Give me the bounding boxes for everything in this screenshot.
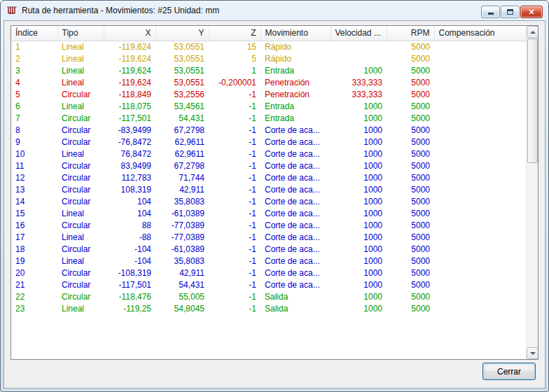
cell-rpm: 5000 [387,124,434,136]
table-row[interactable]: 4Lineal-119,62453,0551-0,200001Penetraci… [11,76,533,88]
table-row[interactable]: 19Lineal-10435,8083-1Corte de aca...1000… [11,255,533,267]
table-row[interactable]: 3Lineal-119,62453,05511Entrada10005000 [11,64,533,76]
cell-tipo: Lineal [57,41,104,52]
movements-listview: Índice Tipo X Y Z Movimiento Velocidad .… [11,25,538,360]
table-row[interactable]: 16Circular88-77,0389-1Corte de aca...100… [11,219,533,231]
cell-tipo: Lineal [57,302,104,314]
cell-rpm: 5000 [387,76,434,88]
cell-velocidad: 1000 [331,183,387,195]
cell-indice: 21 [11,279,57,290]
cell-indice: 14 [11,195,57,207]
cell-indice: 8 [11,124,57,136]
table-row[interactable]: 7Circular-117,50154,431-1Entrada10005000 [11,112,533,124]
cell-z: -1 [209,136,260,148]
cell-movimiento: Corte de aca... [260,243,331,255]
table-row[interactable]: 15Lineal104-61,0389-1Corte de aca...1000… [11,207,533,219]
column-header-z[interactable]: Z [209,26,260,41]
cell-movimiento: Entrada [260,100,331,112]
cell-indice: 19 [11,255,57,267]
cell-y: 53,0551 [155,76,209,88]
cell-y: 42,911 [155,183,209,195]
cell-x: -104 [104,255,155,267]
scroll-up-button[interactable] [527,26,538,38]
dialog-client-area: Índice Tipo X Y Z Movimiento Velocidad .… [4,20,545,388]
cell-indice: 20 [11,267,57,279]
column-header-indice[interactable]: Índice [11,26,57,41]
table-row[interactable]: 13Circular108,31942,911-1Corte de aca...… [11,183,533,195]
column-header-x[interactable]: X [104,26,155,41]
arrow-up-icon [530,31,536,34]
cell-compensacion [434,302,533,314]
scrollbar-thumb[interactable] [527,38,538,163]
close-button[interactable]: ✕ [520,6,543,18]
cell-indice: 3 [11,64,57,76]
cell-compensacion [434,183,533,195]
cell-y: 54,431 [155,279,209,290]
table-row[interactable]: 11Circular83,949967,2798-1Corte de aca..… [11,160,533,172]
cell-rpm: 5000 [387,195,434,207]
cell-velocidad: 1000 [331,100,387,112]
cell-indice: 15 [11,207,57,219]
cell-compensacion [434,231,533,243]
table-row[interactable]: 8Circular-83,949967,2798-1Corte de aca..… [11,124,533,136]
table-row[interactable]: 9Circular-76,847262,9611-1Corte de aca..… [11,136,533,148]
cell-compensacion [434,76,533,88]
cell-compensacion [434,219,533,231]
cell-movimiento: Rápido [260,41,331,52]
vertical-scrollbar[interactable] [526,26,538,359]
column-header-velocidad[interactable]: Velocidad ... [331,26,387,41]
table-row[interactable]: 17Lineal-88-77,0389-1Corte de aca...1000… [11,231,533,243]
cerrar-button[interactable]: Cerrar [482,363,536,380]
cell-rpm: 5000 [387,302,434,314]
cell-rpm: 5000 [387,172,434,183]
table-row[interactable]: 12Circular112,78371,744-1Corte de aca...… [11,172,533,183]
cell-z: -1 [209,231,260,243]
column-header-tipo[interactable]: Tipo [57,26,104,41]
cell-rpm: 5000 [387,207,434,219]
cell-movimiento: Corte de aca... [260,195,331,207]
column-header-rpm[interactable]: RPM [387,26,434,41]
cell-compensacion [434,160,533,172]
maximize-button[interactable] [501,6,520,18]
caption-buttons: ✕ [481,6,543,18]
cell-z: -1 [209,290,260,302]
cell-tipo: Lineal [57,207,104,219]
table-row[interactable]: 14Circular10435,8083-1Corte de aca...100… [11,195,533,207]
cell-rpm: 5000 [387,112,434,124]
scroll-down-button[interactable] [527,347,538,359]
cell-movimiento: Corte de aca... [260,124,331,136]
titlebar[interactable]: Ruta de herramienta - Movimientos: #25 U… [1,1,548,20]
table-row[interactable]: 23Lineal-119,2554,8045-1Salida10005000 [11,302,533,314]
table-row[interactable]: 6Lineal-118,07553,4561-1Entrada10005000 [11,100,533,112]
cell-z: -1 [209,195,260,207]
cell-indice: 18 [11,243,57,255]
table-row[interactable]: 18Circular-104-61,0389-1Corte de aca...1… [11,243,533,255]
table-row[interactable]: 2Lineal-119,62453,05515Rápido5000 [11,52,533,64]
cell-y: 67,2798 [155,124,209,136]
minimize-button[interactable] [481,6,500,18]
cell-movimiento: Entrada [260,112,331,124]
column-header-movimiento[interactable]: Movimiento [260,26,331,41]
cell-rpm: 5000 [387,267,434,279]
cell-velocidad: 1000 [331,243,387,255]
cell-y: 35,8083 [155,195,209,207]
cell-compensacion [434,207,533,219]
column-header-y[interactable]: Y [155,26,209,41]
table-row[interactable]: 22Circular-118,47655,005-1Salida10005000 [11,290,533,302]
cell-tipo: Circular [57,172,104,183]
table-row[interactable]: 20Circular-108,31942,911-1Corte de aca..… [11,267,533,279]
cell-indice: 6 [11,100,57,112]
cell-x: -119,624 [104,76,155,88]
column-header-compensacion[interactable]: Compensación [434,26,533,41]
table-row[interactable]: 1Lineal-119,62453,055115Rápido5000 [11,41,533,52]
cell-compensacion [434,64,533,76]
cell-z: 1 [209,64,260,76]
table-row[interactable]: 10Lineal76,847262,9611-1Corte de aca...1… [11,148,533,160]
cell-z: -0,200001 [209,76,260,88]
table-row[interactable]: 5Circular-118,84953,2556-1Penetración333… [11,88,533,100]
cell-movimiento: Corte de aca... [260,172,331,183]
cell-velocidad: 1000 [331,195,387,207]
cell-y: 53,0551 [155,64,209,76]
cell-indice: 7 [11,112,57,124]
table-row[interactable]: 21Circular-117,50154,431-1Corte de aca..… [11,279,533,290]
